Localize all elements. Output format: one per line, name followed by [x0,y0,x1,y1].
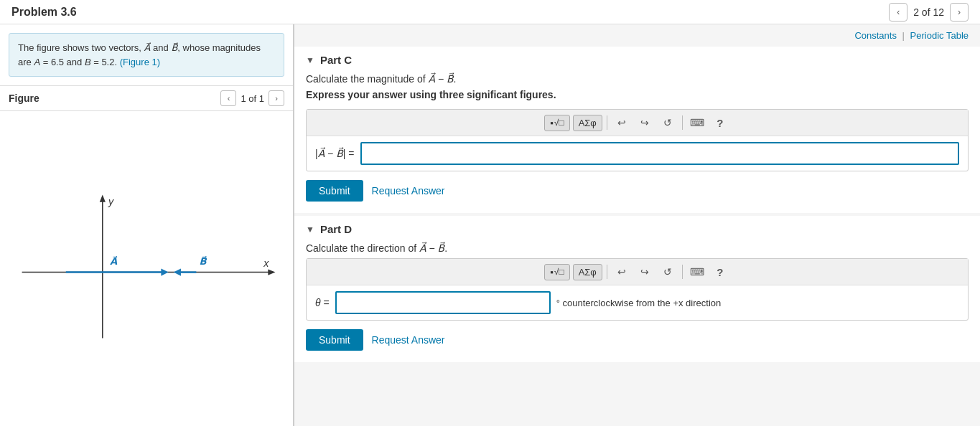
part-c-input[interactable] [360,142,960,165]
part-c-bold: Express your answer using three signific… [306,89,969,100]
formula-btn-c[interactable]: ▪ √□ [544,115,569,131]
part-c-instruction: Calculate the magnitude of A⃗ − B⃗. [306,73,969,85]
part-d-math-label: θ = [315,297,330,308]
sqrt-icon-d: √□ [554,267,564,277]
greek-btn-d[interactable]: ΑΣφ [573,264,602,280]
undo-btn-d[interactable]: ↩ [612,263,632,280]
collapse-d-icon: ▼ [306,224,314,235]
problem-title: Problem 3.6 [11,6,77,19]
next-problem-button[interactable]: › [950,3,969,22]
part-c-input-container: ▪ √□ ΑΣφ ↩ ↪ ↺ ⌨ ? [306,109,969,171]
part-d-instruction: Calculate the direction of A⃗ − B⃗. [306,242,969,254]
redo-btn-d[interactable]: ↪ [635,263,655,280]
part-d-submit-button[interactable]: Submit [306,329,363,351]
problem-info: The figure shows two vectors, A⃗ and B⃗,… [9,33,284,77]
help-btn-d[interactable]: ? [710,263,730,280]
svg-text:x: x [263,257,269,269]
redo-btn-c[interactable]: ↪ [635,114,655,131]
part-d-request-link[interactable]: Request Answer [372,334,445,346]
figure-canvas: y x A⃗ B⃗ [0,111,293,426]
undo-btn-c[interactable]: ↩ [612,114,632,131]
periodic-table-link[interactable]: Periodic Table [910,30,969,41]
part-d-action-row: Submit Request Answer [306,329,969,351]
greek-label-c: ΑΣφ [579,118,597,128]
keyboard-btn-d[interactable]: ⌨ [687,263,707,280]
part-d-toolbar: ▪ √□ ΑΣφ ↩ ↪ ↺ ⌨ ? [307,259,968,285]
keyboard-btn-c[interactable]: ⌨ [687,114,707,131]
constants-bar: Constants | Periodic Table [294,24,980,47]
figure-header: Figure ‹ 1 of 1 › [0,85,293,111]
toolbar-sep-c1 [607,115,607,130]
part-c-input-row: |A⃗ − B⃗| = [307,136,968,171]
page-indicator: 2 of 12 [913,6,944,18]
svg-text:A⃗: A⃗ [110,255,118,267]
figure-page: 1 of 1 [241,93,264,104]
svg-text:y: y [108,196,114,207]
part-d-header[interactable]: ▼ Part D [294,216,980,242]
svg-marker-7 [161,269,168,276]
formula-icon-d: ▪ [550,267,554,278]
part-c-math-label: |A⃗ − B⃗| = [315,148,355,159]
svg-text:B⃗: B⃗ [199,255,207,267]
formula-icon-c: ▪ [550,118,554,128]
part-d-input-container: ▪ √□ ΑΣφ ↩ ↪ ↺ ⌨ ? [306,258,969,321]
sqrt-icon-c: √□ [554,118,564,128]
separator: | [902,30,905,41]
part-c-action-row: Submit Request Answer [306,180,969,202]
part-c-request-link[interactable]: Request Answer [372,185,445,197]
part-d-section: ▼ Part D Calculate the direction of A⃗ −… [294,216,980,362]
part-d-input[interactable] [335,291,551,314]
collapse-c-icon: ▼ [306,55,314,65]
svg-marker-4 [268,270,275,275]
toolbar-sep-c2 [682,115,683,130]
prev-problem-button[interactable]: ‹ [889,3,907,22]
figure-section: Figure ‹ 1 of 1 › y x [0,85,293,426]
part-d-suffix: ° counterclockwise from the +x direction [556,298,722,308]
figure-next-button[interactable]: › [269,90,284,106]
part-d-input-row: θ = ° counterclockwise from the +x direc… [307,285,968,320]
figure-svg: y x A⃗ B⃗ [0,111,293,426]
figure-title: Figure [9,93,39,104]
top-header: Problem 3.6 ‹ 2 of 12 › [0,0,980,24]
part-d-label: Part D [320,223,352,235]
part-d-body: Calculate the direction of A⃗ − B⃗. ▪ √□… [294,242,980,362]
reset-btn-d[interactable]: ↺ [658,263,678,280]
part-c-section: ▼ Part C Calculate the magnitude of A⃗ −… [294,47,980,213]
part-c-submit-button[interactable]: Submit [306,180,363,202]
figure-link[interactable]: (Figure 1) [120,57,160,67]
part-c-toolbar: ▪ √□ ΑΣφ ↩ ↪ ↺ ⌨ ? [307,110,968,136]
help-btn-c[interactable]: ? [710,114,730,131]
svg-marker-10 [174,269,181,276]
constants-link[interactable]: Constants [854,30,897,41]
svg-marker-1 [100,194,106,202]
greek-label-d: ΑΣφ [579,267,597,278]
part-c-label: Part C [320,54,352,66]
problem-info-text: The figure shows two vectors, A⃗ and B⃗,… [18,42,261,67]
toolbar-sep-d2 [682,265,683,279]
main-layout: The figure shows two vectors, A⃗ and B⃗,… [0,24,980,426]
reset-btn-c[interactable]: ↺ [658,114,678,131]
formula-btn-d[interactable]: ▪ √□ [544,264,569,280]
figure-nav: ‹ 1 of 1 › [220,90,284,106]
greek-btn-c[interactable]: ΑΣφ [573,115,602,131]
part-c-body: Calculate the magnitude of A⃗ − B⃗. Expr… [294,73,980,213]
right-panel: Constants | Periodic Table ▼ Part C Calc… [294,24,980,426]
nav-controls: ‹ 2 of 12 › [889,3,969,22]
toolbar-sep-d1 [607,265,607,279]
part-c-header[interactable]: ▼ Part C [294,47,980,73]
left-panel: The figure shows two vectors, A⃗ and B⃗,… [0,24,294,426]
figure-prev-button[interactable]: ‹ [220,90,236,106]
